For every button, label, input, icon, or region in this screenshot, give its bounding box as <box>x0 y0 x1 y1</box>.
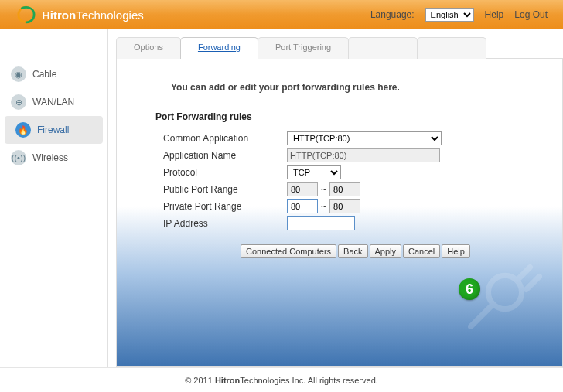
label-ip: IP Address <box>163 218 287 229</box>
svg-line-3 <box>471 305 493 327</box>
tab-empty-1 <box>348 37 418 59</box>
header-right: Language: English Help Log Out <box>370 8 548 22</box>
brand-logo: HitronTechnologies <box>15 4 144 26</box>
brand-text: HitronTechnologies <box>42 9 144 22</box>
tab-port-triggering[interactable]: Port Triggering <box>258 37 349 59</box>
svg-line-2 <box>527 277 540 290</box>
public-port-to[interactable] <box>329 182 360 196</box>
main-area: Options Forwarding Port Triggering You c… <box>108 29 563 367</box>
ip-address-input[interactable] <box>287 216 355 230</box>
intro-text: You can add or edit your port forwarding… <box>171 82 539 93</box>
footer: © 2011 HitronTechnologies Inc. All right… <box>0 367 563 392</box>
tilde-sep: ~ <box>321 184 326 195</box>
sidebar-item-cable[interactable]: ◉ Cable <box>0 60 107 88</box>
private-port-from[interactable] <box>287 199 318 213</box>
sidebar-item-firewall[interactable]: 🔥 Firewall <box>5 116 103 144</box>
logout-link[interactable]: Log Out <box>514 9 548 20</box>
header-bar: HitronTechnologies Language: English Hel… <box>0 0 563 29</box>
help-link[interactable]: Help <box>485 9 504 20</box>
apply-button[interactable]: Apply <box>370 244 402 258</box>
footer-text: © 2011 HitronTechnologies Inc. All right… <box>185 376 378 385</box>
tilde-sep: ~ <box>321 201 326 212</box>
svg-line-1 <box>517 268 531 281</box>
connected-computers-button[interactable]: Connected Computers <box>241 244 336 258</box>
content-panel: You can add or edit your port forwarding… <box>116 59 563 367</box>
back-button[interactable]: Back <box>338 244 367 258</box>
swirl-logo-icon <box>15 4 37 26</box>
tab-forwarding[interactable]: Forwarding <box>180 37 258 59</box>
brand-bold: Hitron <box>42 9 76 22</box>
sidebar: ◉ Cable ⊕ WAN/LAN 🔥 Firewall ((•)) Wirel… <box>0 29 108 367</box>
tab-options[interactable]: Options <box>116 37 181 59</box>
sidebar-item-wireless[interactable]: ((•)) Wireless <box>0 144 107 172</box>
firewall-icon: 🔥 <box>15 122 31 138</box>
app-name-input[interactable] <box>287 148 440 162</box>
label-app-name: Application Name <box>163 150 287 161</box>
port-forward-form: Common Application HTTP(TCP:80) Applicat… <box>163 131 539 230</box>
sidebar-item-wanlan[interactable]: ⊕ WAN/LAN <box>0 88 107 116</box>
private-port-to[interactable] <box>329 199 360 213</box>
label-public-range: Public Port Range <box>163 184 287 195</box>
label-protocol: Protocol <box>163 167 287 178</box>
plug-watermark-icon <box>454 251 547 343</box>
wireless-icon: ((•)) <box>11 150 26 165</box>
sidebar-item-label: Wireless <box>32 152 68 163</box>
protocol-select[interactable]: TCP <box>287 165 341 179</box>
label-common-app: Common Application <box>163 133 287 144</box>
label-private-range: Private Port Range <box>163 201 287 212</box>
common-app-select[interactable]: HTTP(TCP:80) <box>287 131 442 145</box>
sidebar-item-label: WAN/LAN <box>32 97 74 107</box>
language-label: Language: <box>370 9 415 20</box>
public-port-from[interactable] <box>287 182 318 196</box>
sidebar-item-label: Firewall <box>37 124 69 135</box>
language-select[interactable]: English <box>425 8 474 22</box>
tab-spacer <box>486 37 563 59</box>
cable-icon: ◉ <box>11 66 26 82</box>
cancel-button[interactable]: Cancel <box>403 244 440 258</box>
sidebar-item-label: Cable <box>32 69 56 80</box>
section-title: Port Forwarding rules <box>155 111 539 122</box>
tab-bar: Options Forwarding Port Triggering <box>116 37 563 59</box>
brand-light: Technologies <box>76 9 144 22</box>
network-icon: ⊕ <box>11 94 26 110</box>
tab-empty-2 <box>417 37 486 59</box>
